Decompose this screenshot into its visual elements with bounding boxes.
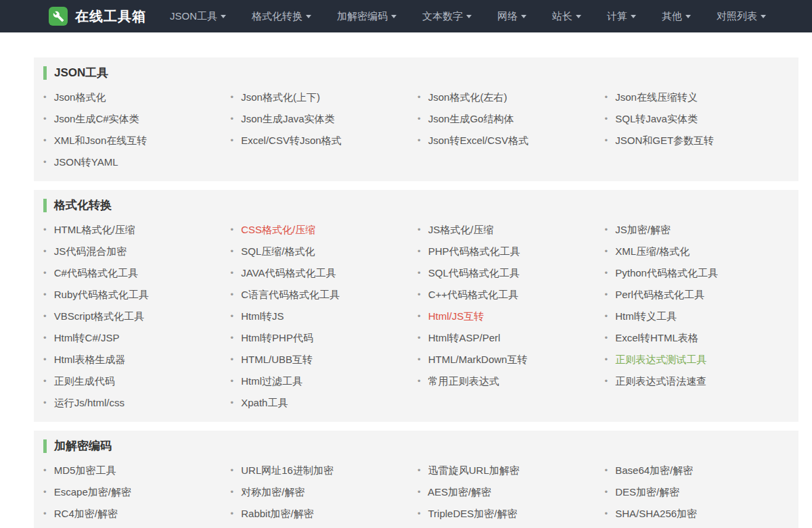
tool-link[interactable]: XML压缩/格式化	[615, 245, 690, 257]
list-item: Html转PHP代码	[229, 327, 417, 349]
tool-link[interactable]: JSON和GET参数互转	[615, 135, 714, 146]
tool-link[interactable]: JS格式化/压缩	[428, 224, 494, 235]
tool-link[interactable]: URL网址16进制加密	[241, 464, 334, 476]
chevron-down-icon	[685, 15, 691, 18]
tool-link[interactable]: Rabbit加密/解密	[241, 508, 314, 519]
nav-item-json-tools[interactable]: JSON工具	[157, 0, 239, 32]
tool-link[interactable]: DES加密/解密	[615, 486, 679, 498]
tool-link[interactable]: Excel/CSV转Json格式	[241, 135, 341, 146]
wrench-icon	[49, 7, 68, 26]
brand-title: 在线工具箱	[75, 7, 146, 26]
list-item: 正则生成代码	[42, 370, 229, 392]
nav-item-webmaster[interactable]: 站长	[539, 0, 594, 32]
list-item: SQL压缩/格式化	[229, 241, 417, 262]
chevron-down-icon	[466, 15, 472, 18]
list-item: Json格式化(上下)	[229, 87, 417, 108]
tool-link[interactable]: JSON转YAML	[54, 156, 118, 168]
tool-link[interactable]: C语言代码格式化工具	[241, 289, 340, 300]
nav-menu: JSON工具 格式化转换 加解密编码 文本数字 网络 站长 计算 其他 对照列表	[157, 0, 779, 32]
tool-link[interactable]: Base64加密/解密	[615, 464, 693, 476]
tool-link[interactable]: 正则表达式语法速查	[615, 375, 706, 387]
tool-link[interactable]: Python代码格式化工具	[615, 267, 718, 279]
tool-link[interactable]: SQL代码格式化工具	[428, 267, 520, 279]
tool-link[interactable]: JS代码混合加密	[54, 245, 127, 257]
tool-link[interactable]: HTML格式化/压缩	[54, 224, 135, 235]
list-item: CSS格式化/压缩	[229, 219, 417, 241]
tool-link[interactable]: Html表格生成器	[54, 354, 126, 365]
nav-item-calculate[interactable]: 计算	[594, 0, 649, 32]
tool-link[interactable]: Html过滤工具	[241, 375, 302, 387]
tool-link[interactable]: VBScript格式化工具	[54, 310, 144, 322]
list-item: VBScript格式化工具	[42, 306, 229, 327]
chevron-down-icon	[391, 15, 397, 18]
tool-link[interactable]: Json转Excel/CSV格式	[428, 135, 528, 146]
tool-link[interactable]: 运行Js/html/css	[54, 397, 125, 408]
list-item: 正则表达式语法速查	[604, 370, 791, 392]
tool-link[interactable]: RC4加密/解密	[54, 508, 118, 519]
list-item: MD5加密工具	[42, 460, 229, 481]
list-item: JS格式化/压缩	[416, 219, 604, 241]
tool-link[interactable]: Ruby代码格式化工具	[54, 289, 149, 300]
brand[interactable]: 在线工具箱	[49, 7, 146, 26]
tool-link[interactable]: Json生成C#实体类	[54, 113, 139, 124]
tool-link[interactable]: Escape加密/解密	[54, 486, 131, 498]
tool-link[interactable]: Json格式化(左右)	[428, 91, 508, 103]
list-item: Html表格生成器	[42, 349, 229, 370]
tool-link[interactable]: Xpath工具	[241, 397, 288, 408]
tool-link[interactable]: JS加密/解密	[615, 224, 671, 235]
tool-link[interactable]: SQL压缩/格式化	[241, 245, 315, 257]
tool-link[interactable]: HTML/UBB互转	[241, 354, 313, 365]
list-item: SQL代码格式化工具	[416, 262, 604, 284]
list-item: 对称加密/解密	[229, 481, 417, 503]
list-item: 运行Js/html/css	[42, 392, 229, 414]
list-item: HTML/UBB互转	[229, 349, 417, 370]
tool-link[interactable]: 迅雷旋风URL加解密	[428, 464, 520, 476]
list-item: XML压缩/格式化	[604, 241, 791, 262]
tool-link[interactable]: Json生成Go结构体	[428, 113, 514, 124]
list-item: C++代码格式化工具	[416, 284, 604, 306]
tool-link[interactable]: 常用正则表达式	[428, 375, 499, 387]
tool-link[interactable]: Json在线压缩转义	[615, 91, 698, 103]
tool-list: MD5加密工具 URL网址16进制加密 迅雷旋风URL加解密 Base64加密/…	[42, 460, 790, 525]
tool-link[interactable]: SQL转Java实体类	[615, 113, 698, 124]
list-item: Json格式化	[42, 87, 229, 108]
tool-link[interactable]: TripleDES加密/解密	[428, 508, 517, 519]
tool-link[interactable]: JAVA代码格式化工具	[241, 267, 336, 279]
tool-link[interactable]: Html/JS互转	[428, 310, 484, 322]
tool-link[interactable]: Json格式化	[54, 91, 106, 103]
tool-link[interactable]: C++代码格式化工具	[428, 289, 518, 300]
nav-item-other[interactable]: 其他	[649, 0, 704, 32]
section-title: JSON工具	[43, 66, 790, 80]
tool-link[interactable]: Perl代码格式化工具	[615, 289, 704, 300]
tool-link[interactable]: 正则表达式测试工具	[615, 354, 706, 365]
tool-link[interactable]: Html转JS	[241, 310, 284, 322]
nav-item-encrypt-encode[interactable]: 加解密编码	[324, 0, 409, 32]
nav-item-text-number[interactable]: 文本数字	[409, 0, 484, 32]
list-item: JS代码混合加密	[42, 241, 229, 262]
tool-link[interactable]: 正则生成代码	[54, 375, 115, 387]
tool-link[interactable]: CSS格式化/压缩	[241, 224, 315, 235]
list-item: 迅雷旋风URL加解密	[416, 460, 604, 481]
tool-link[interactable]: AES加密/解密	[428, 486, 491, 498]
tool-link[interactable]: Json格式化(上下)	[241, 91, 320, 103]
tool-link[interactable]: PHP代码格式化工具	[428, 245, 520, 257]
tool-link[interactable]: XML和Json在线互转	[54, 135, 148, 146]
tool-link[interactable]: Json生成Java实体类	[241, 113, 334, 124]
tool-link[interactable]: Html转义工具	[615, 310, 677, 322]
tool-link[interactable]: Html转ASP/Perl	[428, 332, 501, 343]
tool-link[interactable]: Excel转HTML表格	[615, 332, 698, 343]
list-item: Perl代码格式化工具	[604, 284, 791, 306]
tool-link[interactable]: Html转PHP代码	[241, 332, 313, 343]
section-format-convert: 格式化转换 HTML格式化/压缩 CSS格式化/压缩 JS格式化/压缩 JS加密…	[34, 190, 798, 422]
list-item: Ruby代码格式化工具	[42, 284, 229, 306]
nav-item-reference-list[interactable]: 对照列表	[704, 0, 779, 32]
tool-link[interactable]: SHA/SHA256加密	[615, 508, 697, 519]
tool-link[interactable]: MD5加密工具	[54, 464, 116, 476]
tool-link[interactable]: C#代码格式化工具	[54, 267, 138, 279]
nav-item-network[interactable]: 网络	[484, 0, 539, 32]
list-item: 正则表达式测试工具	[604, 349, 791, 370]
tool-link[interactable]: 对称加密/解密	[241, 486, 304, 498]
tool-link[interactable]: HTML/MarkDown互转	[428, 354, 528, 365]
tool-link[interactable]: Html转C#/JSP	[54, 332, 120, 343]
nav-item-format-convert[interactable]: 格式化转换	[239, 0, 324, 32]
